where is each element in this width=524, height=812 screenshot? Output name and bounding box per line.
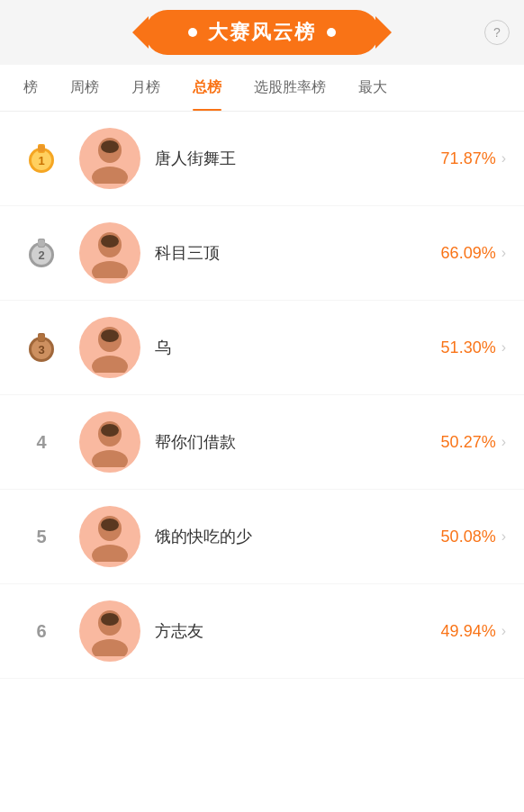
banner-title: 大赛风云榜 xyxy=(208,19,316,46)
banner-dot-right xyxy=(327,28,336,37)
banner-dot-left xyxy=(188,28,197,37)
avatar-4 xyxy=(79,411,140,473)
user-info-4: 帮你们借款 xyxy=(155,431,441,453)
list-item[interactable]: 2 科目三顶 66.09% › xyxy=(0,206,524,301)
tab-best[interactable]: 最大 xyxy=(342,65,403,111)
user-name-1: 唐人街舞王 xyxy=(155,149,236,167)
rank-number-5: 5 xyxy=(36,527,46,547)
rank-badge-1: 1 xyxy=(18,140,65,176)
score-value-1: 71.87% xyxy=(441,149,496,168)
avatar-figure-2 xyxy=(87,229,132,278)
user-name-3: 乌 xyxy=(155,338,171,356)
svg-point-20 xyxy=(38,334,45,341)
score-area-2: 66.09% › xyxy=(441,244,506,263)
svg-text:2: 2 xyxy=(38,248,44,262)
help-icon[interactable]: ? xyxy=(484,20,510,45)
avatar-figure-4 xyxy=(87,418,132,467)
chevron-right-icon-1: › xyxy=(501,150,506,167)
rank-badge-6: 6 xyxy=(18,621,65,642)
header-banner: 大赛风云榜 ? xyxy=(0,0,524,65)
chevron-right-icon-6: › xyxy=(501,623,506,639)
bronze-medal-icon: 3 xyxy=(23,329,59,365)
user-info-6: 方志友 xyxy=(155,620,441,642)
svg-text:3: 3 xyxy=(38,343,44,356)
tab-winrate[interactable]: 选股胜率榜 xyxy=(238,65,342,111)
user-info-1: 唐人街舞王 xyxy=(155,148,441,169)
user-name-6: 方志友 xyxy=(155,622,203,640)
rank-badge-4: 4 xyxy=(18,432,65,453)
avatar-5 xyxy=(79,506,140,567)
svg-point-32 xyxy=(92,639,128,656)
score-area-4: 50.27% › xyxy=(441,433,506,452)
tab-total[interactable]: 总榜 xyxy=(176,65,238,111)
tab-daily[interactable]: 榜 xyxy=(7,65,54,111)
score-value-3: 51.30% xyxy=(441,338,496,357)
banner-shape: 大赛风云榜 xyxy=(145,10,379,55)
svg-point-4 xyxy=(38,145,45,152)
avatar-6 xyxy=(79,600,140,662)
svg-point-22 xyxy=(101,329,119,342)
gold-medal-icon: 1 xyxy=(23,140,59,176)
list-item[interactable]: 5 饿的快吃的少 50.08% › xyxy=(0,490,524,584)
rank-badge-3: 3 xyxy=(18,329,65,365)
score-area-1: 71.87% › xyxy=(441,149,506,168)
avatar-3 xyxy=(79,317,140,378)
user-name-2: 科目三顶 xyxy=(155,244,220,262)
list-item[interactable]: 3 乌 51.30% › xyxy=(0,301,524,395)
rank-badge-2: 2 xyxy=(18,235,65,271)
svg-point-7 xyxy=(92,167,128,184)
tab-monthly[interactable]: 月榜 xyxy=(115,65,176,111)
svg-point-28 xyxy=(101,519,119,531)
silver-medal-icon: 2 xyxy=(23,235,59,271)
avatar-figure-5 xyxy=(87,512,132,562)
leaderboard: 1 唐人街舞王 71.87% › 2 xyxy=(0,112,524,679)
svg-point-29 xyxy=(92,545,128,562)
rank-badge-5: 5 xyxy=(18,527,65,547)
chevron-right-icon-4: › xyxy=(501,434,506,450)
svg-text:1: 1 xyxy=(38,154,44,167)
avatar-figure-6 xyxy=(87,607,132,656)
avatar-2 xyxy=(79,222,140,284)
list-item[interactable]: 6 方志友 49.94% › xyxy=(0,584,524,679)
avatar-figure-3 xyxy=(87,323,132,373)
rank-number-6: 6 xyxy=(36,621,46,642)
score-area-5: 50.08% › xyxy=(441,528,506,546)
score-value-4: 50.27% xyxy=(441,433,496,452)
svg-point-14 xyxy=(101,235,119,248)
avatar-figure-1 xyxy=(87,134,132,184)
svg-point-6 xyxy=(101,140,119,153)
user-name-5: 饿的快吃的少 xyxy=(155,528,252,546)
list-item[interactable]: 1 唐人街舞王 71.87% › xyxy=(0,112,524,206)
svg-point-31 xyxy=(101,613,119,626)
chevron-right-icon-3: › xyxy=(501,339,506,356)
avatar-1 xyxy=(79,128,140,189)
chevron-right-icon-2: › xyxy=(501,245,506,261)
tab-weekly[interactable]: 周榜 xyxy=(54,65,115,111)
user-info-2: 科目三顶 xyxy=(155,242,441,264)
user-info-3: 乌 xyxy=(155,337,441,358)
svg-point-25 xyxy=(101,424,119,437)
rank-number-4: 4 xyxy=(36,432,46,453)
user-name-4: 帮你们借款 xyxy=(155,433,236,451)
user-info-5: 饿的快吃的少 xyxy=(155,526,441,547)
score-area-6: 49.94% › xyxy=(441,622,506,641)
svg-point-26 xyxy=(92,450,128,467)
svg-point-15 xyxy=(92,261,128,278)
svg-point-12 xyxy=(38,239,45,247)
score-value-2: 66.09% xyxy=(441,244,496,263)
score-value-6: 49.94% xyxy=(441,622,496,641)
chevron-right-icon-5: › xyxy=(501,528,506,545)
score-value-5: 50.08% xyxy=(441,528,496,546)
svg-point-23 xyxy=(92,356,128,373)
list-item[interactable]: 4 帮你们借款 50.27% › xyxy=(0,395,524,490)
score-area-3: 51.30% › xyxy=(441,338,506,357)
tab-bar: 榜 周榜 月榜 总榜 选股胜率榜 最大 xyxy=(0,65,524,112)
